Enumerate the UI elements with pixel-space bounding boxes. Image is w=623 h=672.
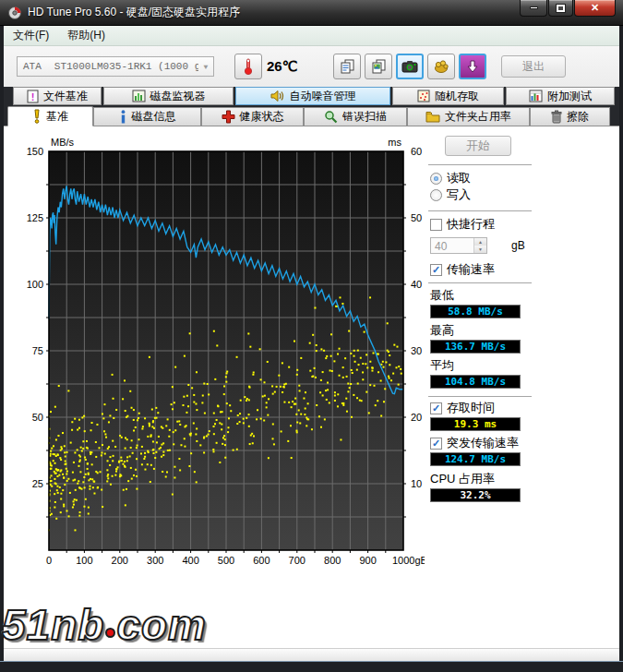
minimize-button[interactable] bbox=[520, 0, 547, 17]
tab-row-primary: 基准 磁盘信息 健康状态 错误扫描 文件夹占用率 擦除 bbox=[7, 106, 615, 126]
download-arrow-icon bbox=[466, 60, 479, 73]
access-time-checkbox[interactable]: ✓ 存取时间 bbox=[430, 401, 537, 415]
avg-value: 104.8 MB/s bbox=[430, 375, 521, 389]
tab-label: 基准 bbox=[46, 109, 68, 125]
copy-image-icon bbox=[371, 59, 387, 75]
watermark-51nb: 51nbcom bbox=[2, 600, 207, 650]
tab-benchmark[interactable]: 基准 bbox=[7, 106, 93, 126]
tab-row-secondary: ! 文件基准 磁盘监视器 自动噪音管理 随机存取 附加测试 bbox=[13, 87, 615, 106]
file-benchmark-icon: ! bbox=[27, 90, 39, 103]
tab-folder-usage[interactable]: 文件夹占用率 bbox=[407, 107, 530, 126]
drive-select[interactable]: ATA ST1000LM035-1RK1 (1000 gB) ▼ bbox=[17, 56, 214, 77]
tab-extra-tests[interactable]: 附加测试 bbox=[506, 87, 615, 105]
tab-label: 文件基准 bbox=[43, 89, 88, 104]
tab-file-benchmark[interactable]: ! 文件基准 bbox=[13, 87, 102, 105]
divider bbox=[428, 164, 532, 165]
capacity-value: 40 bbox=[431, 238, 473, 253]
tab-disk-info[interactable]: 磁盘信息 bbox=[93, 107, 201, 126]
tab-disk-monitor[interactable]: 磁盘监视器 bbox=[103, 87, 234, 105]
close-button[interactable]: ✕ bbox=[574, 0, 616, 17]
svg-text:300: 300 bbox=[147, 555, 163, 566]
divider bbox=[428, 282, 532, 283]
options-button[interactable] bbox=[427, 54, 455, 79]
radio-icon bbox=[430, 189, 442, 201]
svg-text:60: 60 bbox=[411, 146, 422, 157]
screenshot-button[interactable] bbox=[396, 54, 424, 79]
tab-label: 文件夹占用率 bbox=[445, 109, 511, 125]
stepper-arrows[interactable]: ▲▼ bbox=[473, 238, 486, 253]
maximize-button[interactable] bbox=[548, 0, 573, 17]
svg-text:10: 10 bbox=[411, 478, 422, 489]
read-label: 读取 bbox=[447, 170, 471, 186]
benchmark-page: 01002003004005006007008009001000gB150125… bbox=[4, 126, 619, 648]
health-cross-icon bbox=[222, 110, 235, 124]
svg-text:900: 900 bbox=[359, 555, 376, 566]
app-icon bbox=[7, 6, 22, 20]
min-value: 58.8 MB/s bbox=[430, 305, 521, 318]
benchmark-chart: 01002003004005006007008009001000gB150125… bbox=[4, 128, 425, 577]
copy-image-button[interactable] bbox=[365, 54, 392, 79]
extra-tests-icon bbox=[529, 90, 543, 102]
checkbox-unchecked-icon bbox=[430, 219, 442, 231]
camera-icon bbox=[401, 60, 418, 73]
transfer-rate-label: 传输速率 bbox=[447, 261, 495, 278]
svg-text:150: 150 bbox=[27, 146, 43, 157]
divider bbox=[428, 396, 532, 397]
window-title: HD Tune Pro 5.60 - 硬盘/固态硬盘实用程序 bbox=[28, 5, 240, 20]
svg-text:600: 600 bbox=[253, 555, 270, 566]
title-bar[interactable]: HD Tune Pro 5.60 - 硬盘/固态硬盘实用程序 ✕ bbox=[0, 0, 623, 26]
menu-file[interactable]: 文件(F) bbox=[4, 26, 58, 45]
chevron-down-icon[interactable]: ▼ bbox=[474, 246, 486, 253]
capacity-stepper[interactable]: 40 ▲▼ bbox=[430, 237, 487, 254]
access-time-label: 存取时间 bbox=[447, 400, 495, 416]
minimize-icon bbox=[530, 6, 538, 9]
temperature-value: 26℃ bbox=[267, 58, 322, 75]
speaker-icon bbox=[270, 90, 285, 102]
close-icon: ✕ bbox=[591, 2, 599, 14]
checkbox-checked-icon: ✓ bbox=[430, 438, 442, 450]
tab-health[interactable]: 健康状态 bbox=[201, 107, 304, 126]
tab-label: 擦除 bbox=[567, 109, 589, 125]
copy-text-button[interactable] bbox=[333, 54, 361, 79]
tab-aam[interactable]: 自动噪音管理 bbox=[235, 87, 390, 105]
tab-label: 健康状态 bbox=[240, 109, 284, 125]
write-label: 写入 bbox=[447, 186, 471, 203]
tab-label: 磁盘监视器 bbox=[150, 89, 206, 104]
burst-rate-value: 124.7 MB/s bbox=[430, 452, 521, 466]
svg-text:25: 25 bbox=[32, 478, 43, 489]
menu-help[interactable]: 帮助(H) bbox=[58, 26, 114, 45]
avg-label: 平均 bbox=[430, 357, 537, 374]
read-radio[interactable]: 读取 bbox=[430, 171, 537, 186]
short-stroke-checkbox[interactable]: 快捷行程 bbox=[430, 217, 537, 232]
svg-text:!: ! bbox=[31, 90, 35, 102]
save-results-button[interactable] bbox=[459, 54, 486, 79]
folder-icon bbox=[425, 111, 440, 123]
svg-text:MB/s: MB/s bbox=[51, 137, 75, 148]
svg-text:20: 20 bbox=[411, 412, 422, 423]
toolbar-buttons bbox=[329, 54, 486, 79]
tab-label: 自动噪音管理 bbox=[290, 89, 356, 104]
chevron-up-icon[interactable]: ▲ bbox=[474, 238, 486, 246]
tab-label: 随机存取 bbox=[435, 89, 479, 104]
temperature-button[interactable] bbox=[234, 54, 262, 79]
start-button[interactable]: 开始 bbox=[445, 136, 511, 156]
radio-selected-icon bbox=[430, 173, 442, 185]
hand-icon bbox=[433, 59, 449, 74]
min-label: 最低 bbox=[430, 287, 537, 304]
write-radio[interactable]: 写入 bbox=[430, 187, 537, 202]
thermometer-icon bbox=[242, 57, 255, 76]
svg-text:ms: ms bbox=[388, 137, 401, 148]
benchmark-icon bbox=[32, 109, 42, 124]
svg-text:400: 400 bbox=[182, 555, 198, 566]
tab-erase[interactable]: 擦除 bbox=[530, 107, 610, 126]
tab-error-scan[interactable]: 错误扫描 bbox=[304, 107, 407, 126]
transfer-rate-checkbox[interactable]: ✓ 传输速率 bbox=[430, 262, 537, 277]
svg-text:40: 40 bbox=[411, 279, 422, 290]
access-time-value: 19.3 ms bbox=[430, 417, 521, 431]
exit-button[interactable]: 退出 bbox=[501, 55, 566, 78]
burst-rate-checkbox[interactable]: ✓ 突发传输速率 bbox=[430, 436, 537, 450]
window-frame-bottom bbox=[0, 661, 623, 672]
random-access-icon bbox=[417, 90, 430, 102]
tab-random-access[interactable]: 随机存取 bbox=[392, 87, 504, 105]
menu-bar: 文件(F) 帮助(H) bbox=[4, 26, 619, 46]
